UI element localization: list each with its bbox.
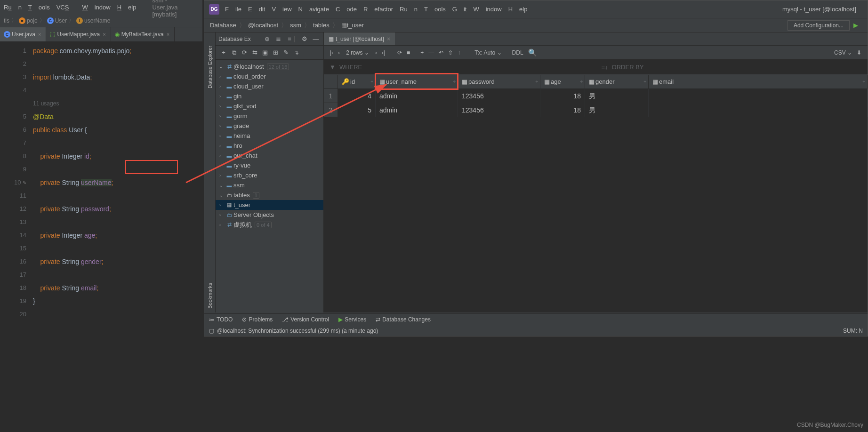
stop-icon[interactable]: ▣ xyxy=(260,49,270,56)
tree-ssm[interactable]: ⌄▬ssm xyxy=(216,180,323,190)
add-icon[interactable]: + xyxy=(218,49,229,56)
run-icon[interactable]: ▶ xyxy=(853,22,858,29)
bc-schema[interactable]: ssm xyxy=(290,22,301,29)
filter-icon[interactable]: ⊞ xyxy=(270,49,281,56)
tree-schema[interactable]: ›▬srb_core xyxy=(216,170,323,180)
menu-help[interactable]: Help xyxy=(117,4,137,11)
revert-icon[interactable]: ↶ xyxy=(439,49,443,56)
menu-help[interactable]: Help xyxy=(508,6,528,13)
menu-tools[interactable]: Tools xyxy=(28,4,50,11)
tab-bookmarks[interactable]: Bookmarks xyxy=(207,283,213,309)
menu-edit[interactable]: Edit xyxy=(248,6,265,13)
sync-icon[interactable]: ⇆ xyxy=(249,49,260,56)
next-icon[interactable]: › xyxy=(375,49,377,56)
tree-schema[interactable]: ›▬gorm xyxy=(216,111,323,121)
menu-code[interactable]: Code xyxy=(336,6,357,13)
table-row[interactable]: 2 5 admin 123456 18 男 xyxy=(324,103,868,117)
row-count[interactable]: 2 rows ⌄ xyxy=(346,49,369,56)
tab-database-explorer[interactable]: Database Explorer xyxy=(207,46,213,88)
bc-host[interactable]: @localhost xyxy=(248,22,279,29)
remove-row-icon[interactable]: — xyxy=(428,49,434,56)
stop-icon[interactable]: ■ xyxy=(407,49,410,56)
search-icon[interactable]: 🔍 xyxy=(528,48,537,57)
menu-run[interactable]: Run xyxy=(4,4,22,11)
col-id[interactable]: 🔑id÷ xyxy=(338,75,376,88)
col-gender[interactable]: ▦gender÷ xyxy=(585,75,649,88)
first-icon[interactable]: |‹ xyxy=(330,49,333,56)
tree-schema[interactable]: ›▬gin xyxy=(216,91,323,101)
menu-refactor[interactable]: Refactor xyxy=(363,6,393,13)
bc-item[interactable]: userName xyxy=(84,17,110,24)
tree-schema[interactable]: ›▬glkt_vod xyxy=(216,101,323,111)
refresh-icon[interactable]: ⟳ xyxy=(239,49,249,56)
sort-icon[interactable]: ≡↓ xyxy=(602,64,608,71)
tree-schema[interactable]: ›▬cloud_user xyxy=(216,81,323,91)
add-row-icon[interactable]: + xyxy=(420,49,424,56)
status-problems[interactable]: ⊘Problems xyxy=(242,316,273,323)
csv-button[interactable]: CSV ⌄ xyxy=(834,49,852,56)
prev-icon[interactable]: ‹ xyxy=(338,49,340,56)
tree-schema[interactable]: ›▬heima xyxy=(216,131,323,141)
add-configuration-button[interactable]: Add Configuration... xyxy=(788,20,850,31)
tree-server-objects[interactable]: ›🗀Server Objects xyxy=(216,210,323,220)
menu-window[interactable]: Window xyxy=(473,6,501,13)
tree-schema[interactable]: ›▬ry-vue xyxy=(216,160,323,170)
orderby-label[interactable]: ORDER BY xyxy=(612,64,644,71)
close-icon[interactable]: × xyxy=(103,32,105,37)
data-tab-tuser[interactable]: ▦t_user [@localhost]× xyxy=(324,32,395,45)
more-icon[interactable]: ↴ xyxy=(291,49,301,56)
collapse-icon[interactable]: ≡ xyxy=(285,35,294,42)
tree-host[interactable]: ⌄⇄@localhost12 of 16 xyxy=(216,62,323,72)
menu-run[interactable]: Run xyxy=(400,6,418,13)
menu-navigate[interactable]: Navigate xyxy=(298,6,329,13)
table-row[interactable]: 1 4 admin 123456 18 男 xyxy=(324,89,868,103)
menu-file[interactable]: File xyxy=(225,6,241,13)
bc-item[interactable]: User xyxy=(55,17,67,24)
code-editor[interactable]: 1234 56789 10 ✎ 11121314151617181920 pac… xyxy=(0,41,202,432)
edit-icon[interactable]: ✎ xyxy=(281,49,291,56)
menu-tools[interactable]: Tools xyxy=(424,6,446,13)
menu-window[interactable]: Window xyxy=(82,4,110,11)
bc-tuser[interactable]: t_user xyxy=(347,22,364,29)
tx-auto[interactable]: Tx: Auto ⌄ xyxy=(474,49,501,56)
tree-tuser[interactable]: ›▦t_user xyxy=(216,200,323,210)
bc-tables[interactable]: tables xyxy=(313,22,330,29)
col-email[interactable]: ▦email÷ xyxy=(649,75,868,88)
export-icon[interactable]: ⬇ xyxy=(857,49,861,56)
code-content[interactable]: package com.chovy.mybatis.pojo; import l… xyxy=(33,41,202,432)
menu-vcs[interactable]: VCS xyxy=(56,4,76,11)
filter-icon[interactable]: ▼ xyxy=(330,64,336,71)
status-todo[interactable]: ≔TODO xyxy=(209,316,233,323)
tree-schema[interactable]: ›▬grade xyxy=(216,121,323,131)
col-password[interactable]: ▦password÷ xyxy=(458,75,540,88)
tab-user-java[interactable]: CUser.java× xyxy=(0,27,46,41)
status-vcs[interactable]: ⎇Version Control xyxy=(282,316,329,323)
close-icon[interactable]: × xyxy=(387,36,390,42)
last-icon[interactable]: ›| xyxy=(382,49,385,56)
status-dbchanges[interactable]: ⇄Database Changes xyxy=(376,316,431,323)
tab-mybatistest[interactable]: ◉MyBatisTest.java× xyxy=(111,27,175,41)
hide-icon[interactable]: — xyxy=(311,35,321,42)
submit-icon[interactable]: ↑ xyxy=(458,49,460,56)
tree-schema[interactable]: ›▬hro xyxy=(216,141,323,151)
col-username[interactable]: ▦user_name÷ xyxy=(376,75,458,88)
where-label[interactable]: WHERE xyxy=(339,64,362,71)
reload-icon[interactable]: ⟳ xyxy=(397,49,402,56)
close-icon[interactable]: × xyxy=(167,32,169,37)
settings-icon[interactable]: ⚙ xyxy=(300,35,309,42)
col-age[interactable]: ▦age÷ xyxy=(540,75,585,88)
commit-icon[interactable]: ⇧ xyxy=(448,49,453,56)
tree-vm[interactable]: ›⇄虚拟机0 of 4 xyxy=(216,220,323,230)
tree-schema[interactable]: ›▬cloud_order xyxy=(216,72,323,81)
menu-view[interactable]: View xyxy=(272,6,291,13)
bc-item[interactable]: tis xyxy=(4,17,9,24)
ddl-button[interactable]: DDL xyxy=(512,49,523,56)
tree-tables[interactable]: ⌄🗀tables1 xyxy=(216,190,323,200)
tree-schema[interactable]: ›▬our_chat xyxy=(216,151,323,160)
status-services[interactable]: ▶Services xyxy=(338,316,366,323)
expand-icon[interactable]: ≣ xyxy=(273,35,283,42)
bc-item[interactable]: pojo xyxy=(27,17,38,24)
focus-icon[interactable]: ⊕ xyxy=(262,35,272,42)
close-icon[interactable]: × xyxy=(38,32,41,37)
bc-database[interactable]: Database xyxy=(210,22,236,29)
